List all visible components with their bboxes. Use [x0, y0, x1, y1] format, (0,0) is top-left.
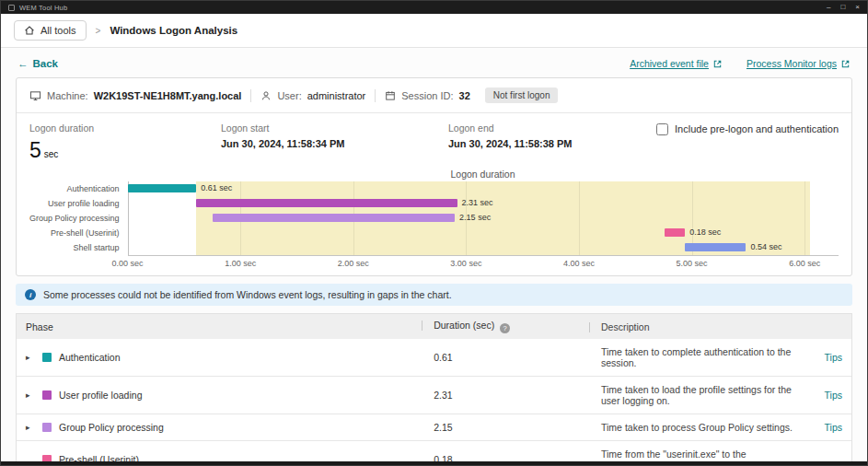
chart-bar-value-label: 2.31 sec: [462, 198, 493, 207]
toolbar-row: ← Back Archived event fileProcess Monito…: [16, 48, 852, 77]
phase-name: Pre-shell (Userinit): [59, 454, 139, 461]
machine-info: Machine: W2K19ST-NE1H8MT.yang.local: [29, 90, 241, 101]
x-axis-tick-label: 4.00 sec: [563, 259, 595, 268]
chart-bar-user-profile-loading[interactable]: [196, 199, 457, 207]
external-link-icon: [712, 59, 723, 69]
machine-value: W2K19ST-NE1H8MT.yang.local: [94, 90, 242, 101]
chart-bar-value-label: 0.18 sec: [689, 227, 721, 237]
chart-gridline: [804, 181, 805, 255]
phase-cell: ▸Group Policy processing: [26, 422, 422, 433]
machine-label: Machine:: [47, 90, 88, 101]
window-titlebar: WEM Tool Hub – □ ×: [1, 1, 867, 14]
expand-caret-icon[interactable]: ▸: [26, 390, 35, 400]
archived-event-file-link-label: Archived event file: [630, 58, 709, 69]
maximize-icon[interactable]: □: [840, 1, 845, 14]
session-id-value: 32: [459, 90, 470, 101]
chart-bar-shell-startup[interactable]: [685, 243, 746, 251]
chart-gridline: [579, 181, 580, 255]
logon-duration-value: 5 sec: [29, 138, 221, 163]
duration-cell: 0.18: [422, 454, 589, 461]
chart-category-label: Authentication: [29, 181, 128, 196]
expand-caret-icon[interactable]: ▸: [26, 353, 35, 362]
include-pre-logon-checkbox[interactable]: [656, 123, 668, 135]
logon-duration-chart: Logon duration AuthenticationUser profil…: [17, 167, 851, 275]
chart-category-label: Group Policy processing: [29, 211, 128, 226]
column-divider: [422, 320, 422, 331]
chart-category-label: User profile loading: [29, 196, 128, 211]
column-header-description: Description: [589, 321, 796, 332]
chart-plot: 0.00 sec1.00 sec2.00 sec3.00 sec4.00 sec…: [128, 181, 839, 271]
tips-link[interactable]: Tips: [825, 390, 842, 401]
phase-name: Authentication: [59, 352, 121, 363]
chart-bar-value-label: 2.15 sec: [459, 213, 491, 222]
x-axis-tick-label: 0.00 sec: [112, 259, 144, 268]
phase-color-swatch: [42, 390, 52, 400]
logon-start-value: Jun 30, 2024, 11:58:34 PM: [221, 138, 448, 149]
duration-cell: 0.61: [422, 352, 589, 363]
divider: [375, 89, 376, 102]
session-id-label: Session ID:: [401, 90, 453, 101]
x-axis-tick-label: 5.00 sec: [677, 259, 708, 268]
external-link-icon: [840, 59, 851, 69]
calendar-icon: [385, 90, 396, 101]
window-bottom-edge: [1, 461, 867, 465]
app-icon: [8, 5, 15, 11]
description-cell: Time taken to complete authentication to…: [589, 346, 796, 368]
close-icon[interactable]: ×: [855, 1, 860, 14]
user-info: User: administrator: [260, 90, 365, 101]
all-tools-button[interactable]: All tools: [14, 20, 87, 41]
tips-cell: Tips: [796, 422, 842, 433]
window-title: WEM Tool Hub: [19, 4, 67, 12]
description-cell: Time taken to process Group Policy setti…: [589, 422, 796, 433]
top-links: Archived event fileProcess Monitor logs: [630, 58, 851, 69]
process-monitor-logs-link[interactable]: Process Monitor logs: [746, 58, 851, 69]
tips-cell: Tips: [796, 352, 842, 363]
user-value: administrator: [307, 90, 366, 101]
logon-end-label: Logon end: [448, 122, 656, 134]
x-axis-tick-label: 6.00 sec: [789, 259, 820, 268]
chart-y-axis: [128, 181, 129, 255]
expand-caret-icon[interactable]: ▸: [26, 423, 35, 432]
page-title: Windows Logon Analysis: [110, 25, 237, 36]
chart-bar-value-label: 0.54 sec: [750, 242, 781, 251]
chart-bar-group-policy-processing[interactable]: [213, 214, 456, 222]
chart-category-label: Shell startup: [29, 240, 128, 255]
chart-labels: AuthenticationUser profile loadingGroup …: [29, 181, 128, 271]
logon-start-summary: Logon start Jun 30, 2024, 11:58:34 PM: [221, 122, 448, 163]
info-banner: i Some processes could not be identified…: [16, 284, 852, 306]
tips-link[interactable]: Tips: [825, 422, 842, 433]
minimize-icon[interactable]: –: [827, 1, 830, 14]
duration-cell: 2.31: [422, 390, 589, 401]
session-id-info: Session ID: 32: [385, 90, 470, 101]
back-button[interactable]: ← Back: [17, 58, 58, 69]
logon-summary-card: Machine: W2K19ST-NE1H8MT.yang.local User…: [16, 77, 852, 276]
chart-bar-pre-shell-userinit[interactable]: [665, 228, 685, 237]
column-divider: [589, 322, 590, 332]
duration-info-icon[interactable]: ?: [500, 323, 510, 333]
phases-table-body: ▸Authentication0.61Time taken to complet…: [17, 339, 851, 461]
main-content: ← Back Archived event fileProcess Monito…: [1, 48, 867, 461]
breadcrumb: All tools > Windows Logon Analysis: [1, 14, 867, 48]
description-cell: Time from the "userinit.exe" to the "exp…: [589, 449, 796, 461]
user-label: User:: [277, 90, 301, 101]
tips-link[interactable]: Tips: [825, 352, 842, 363]
archived-event-file-link[interactable]: Archived event file: [630, 58, 723, 69]
chart-bar-value-label: 0.61 sec: [201, 183, 232, 192]
back-arrow-icon: ←: [17, 58, 29, 69]
logon-duration-label: Logon duration: [29, 122, 221, 134]
table-row-authentication: ▸Authentication0.61Time taken to complet…: [17, 339, 851, 377]
chart-bar-authentication[interactable]: [128, 184, 197, 192]
user-icon: [260, 90, 272, 101]
back-label: Back: [33, 58, 59, 69]
phase-name: User profile loading: [59, 390, 142, 401]
column-header-phase: Phase: [26, 321, 422, 332]
tips-cell: Tips: [796, 390, 842, 401]
app-window: WEM Tool Hub – □ × All tools > Windows L…: [0, 0, 868, 466]
home-icon: [24, 25, 35, 36]
chart-body: AuthenticationUser profile loadingGroup …: [29, 181, 839, 271]
logon-end-value: Jun 30, 2024, 11:58:38 PM: [448, 138, 656, 149]
phase-cell: ▸Authentication: [26, 352, 422, 363]
table-header: Phase Duration (sec)? Description: [17, 314, 851, 339]
duration-unit: sec: [44, 149, 59, 159]
not-first-logon-badge: Not first logon: [485, 87, 559, 103]
